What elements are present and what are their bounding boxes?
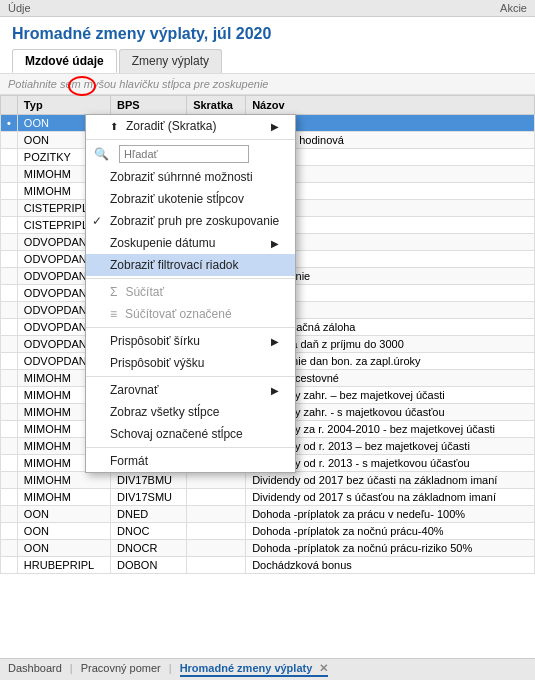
context-menu-fit-height[interactable]: Prispôsobiť výšku: [86, 352, 295, 374]
context-menu-summary[interactable]: Zobraziť súhrnné možnosti: [86, 166, 295, 188]
context-menu-groupbar[interactable]: ✓ Zobraziť pruh pre zoskupovanie: [86, 210, 295, 232]
search-icon: 🔍: [94, 147, 109, 161]
group-date-submenu-arrow: ▶: [271, 238, 279, 249]
align-submenu-arrow: ▶: [271, 385, 279, 396]
bottom-tab-hromadne-zmeny[interactable]: Hromadné zmeny výplaty ✕: [180, 662, 329, 677]
context-menu-sum[interactable]: Σ Súčítať: [86, 281, 295, 303]
context-menu[interactable]: ⬆ Zoradiť (Skratka) ▶ 🔍 Zobraziť súhrnné…: [85, 114, 296, 473]
context-menu-search[interactable]: 🔍: [86, 142, 295, 166]
check-icon: ✓: [92, 214, 102, 228]
tab-bar: Mzdové údaje Zmeny výplaty: [12, 49, 523, 73]
sum-icon: Σ: [110, 285, 117, 299]
separator-5: [86, 447, 295, 448]
context-menu-format[interactable]: Formát: [86, 450, 295, 472]
bottom-bar: Dashboard | Pracovný pomer | Hromadné zm…: [0, 658, 535, 680]
context-menu-sum-marked[interactable]: ≡ Súčítovať označené: [86, 303, 295, 325]
search-input[interactable]: [119, 145, 249, 163]
context-menu-hide-cols[interactable]: Schovaj označené stĺpce: [86, 423, 295, 445]
fit-width-submenu-arrow: ▶: [271, 336, 279, 347]
bottom-tab-close-icon[interactable]: ✕: [319, 662, 328, 674]
sort-submenu-arrow: ▶: [271, 121, 279, 132]
separator-1: [86, 139, 295, 140]
sum-marked-icon: ≡: [110, 307, 117, 321]
context-menu-show-all-cols[interactable]: Zobraz všetky stĺpce: [86, 401, 295, 423]
context-menu-overlay: ⬆ Zoradiť (Skratka) ▶ 🔍 Zobraziť súhrnné…: [0, 74, 535, 658]
bottom-tab-dashboard[interactable]: Dashboard: [8, 662, 62, 677]
context-menu-group-date[interactable]: Zoskupenie dátumu ▶: [86, 232, 295, 254]
top-bar-left: Údje: [8, 2, 31, 14]
bottom-tab-pracovny-pomer[interactable]: Pracovný pomer: [81, 662, 161, 677]
context-menu-pin-cols[interactable]: Zobraziť ukotenie stĺpcov: [86, 188, 295, 210]
context-menu-fit-width[interactable]: Prispôsobiť šírku ▶: [86, 330, 295, 352]
context-menu-align[interactable]: Zarovnať ▶: [86, 379, 295, 401]
top-bar-right: Akcie: [500, 2, 527, 14]
tab-zmeny-vyplaty[interactable]: Zmeny výplaty: [119, 49, 222, 73]
context-menu-filter-row[interactable]: Zobraziť filtrovací riadok: [86, 254, 295, 276]
page-title: Hromadné zmeny výplaty, júl 2020: [12, 25, 523, 43]
separator-3: [86, 327, 295, 328]
separator-2: [86, 278, 295, 279]
top-bar: Údje Akcie: [0, 0, 535, 17]
main-content: Potiahnite sem myšou hlavičku stĺpca pre…: [0, 74, 535, 658]
context-menu-sort[interactable]: ⬆ Zoradiť (Skratka) ▶: [86, 115, 295, 137]
sort-icon: ⬆: [110, 121, 118, 132]
title-section: Hromadné zmeny výplaty, júl 2020 Mzdové …: [0, 17, 535, 74]
separator-4: [86, 376, 295, 377]
tab-mzdove-udaje[interactable]: Mzdové údaje: [12, 49, 117, 73]
